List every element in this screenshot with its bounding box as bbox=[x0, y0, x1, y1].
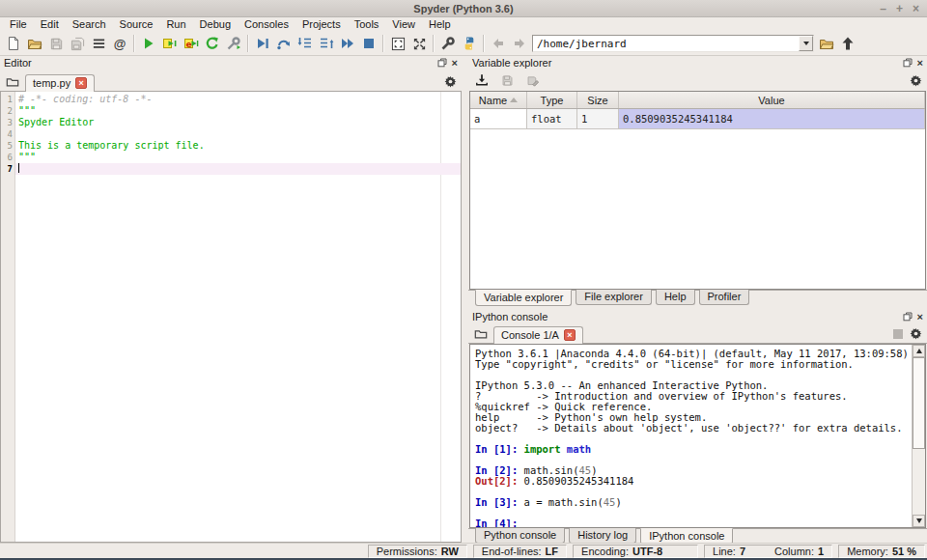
close-pane-icon[interactable]: × bbox=[917, 58, 923, 68]
minimize-button[interactable]: – bbox=[880, 0, 886, 17]
parent-directory-button[interactable] bbox=[837, 33, 858, 54]
symbol-finder-button[interactable]: @ bbox=[109, 33, 130, 54]
editor-line-2[interactable]: 2""" bbox=[1, 105, 461, 117]
file-switcher-button[interactable] bbox=[88, 33, 109, 54]
tab-variable-explorer[interactable]: Variable explorer bbox=[475, 290, 572, 306]
variable-value-cell[interactable]: 0.8509035245341184 bbox=[619, 109, 925, 129]
tab-close-icon[interactable]: × bbox=[75, 77, 87, 89]
column-header-value[interactable]: Value bbox=[619, 92, 925, 108]
code-editor[interactable]: 1# -*- coding: utf-8 -*-2"""3Spyder Edit… bbox=[0, 92, 462, 543]
close-pane-icon[interactable]: × bbox=[917, 312, 923, 322]
menu-edit[interactable]: Edit bbox=[34, 17, 66, 32]
editor-line-1[interactable]: 1# -*- coding: utf-8 -*- bbox=[1, 94, 461, 105]
tab-help[interactable]: Help bbox=[656, 290, 695, 305]
editor-line-3[interactable]: 3Spyder Editor bbox=[1, 117, 461, 128]
debug-button[interactable] bbox=[252, 33, 273, 54]
run-cell-button[interactable] bbox=[159, 33, 181, 54]
fullscreen-button[interactable] bbox=[408, 33, 430, 54]
stop-debug-button[interactable] bbox=[358, 33, 379, 54]
maximize-button[interactable]: + bbox=[896, 0, 903, 17]
run-cell-advance-button[interactable]: e bbox=[181, 33, 202, 54]
editor-line-4[interactable]: 4 bbox=[1, 128, 461, 140]
undock-icon[interactable] bbox=[437, 58, 447, 68]
editor-tab-label: temp.py bbox=[33, 77, 70, 89]
up-arrow-icon bbox=[840, 36, 856, 51]
menu-help[interactable]: Help bbox=[422, 17, 458, 32]
open-folder-icon bbox=[27, 36, 42, 51]
working-directory-dropdown-button[interactable] bbox=[799, 36, 813, 51]
continue-button[interactable] bbox=[337, 33, 358, 54]
variable-size-cell[interactable]: 1 bbox=[577, 109, 619, 129]
interrupt-kernel-icon[interactable] bbox=[893, 329, 903, 339]
menu-run[interactable]: Run bbox=[159, 17, 192, 32]
stop-square-icon bbox=[361, 36, 377, 51]
editor-pane-title: Editor bbox=[4, 57, 32, 69]
console-tab-1a[interactable]: Console 1/A × bbox=[493, 326, 583, 344]
maximize-pane-button[interactable] bbox=[387, 33, 408, 54]
menu-debug[interactable]: Debug bbox=[193, 17, 238, 32]
step-return-button[interactable] bbox=[316, 33, 337, 54]
back-button[interactable] bbox=[488, 33, 509, 54]
menu-search[interactable]: Search bbox=[66, 17, 113, 32]
menu-consoles[interactable]: Consoles bbox=[238, 17, 295, 32]
step-over-button[interactable] bbox=[273, 33, 295, 54]
new-file-button[interactable] bbox=[3, 33, 24, 54]
save-data-as-button[interactable] bbox=[523, 71, 541, 89]
console-options-gear-icon[interactable] bbox=[910, 327, 922, 340]
menu-tools[interactable]: Tools bbox=[348, 17, 386, 32]
import-data-button[interactable] bbox=[473, 71, 491, 89]
undock-icon[interactable] bbox=[903, 58, 913, 68]
tab-profiler[interactable]: Profiler bbox=[699, 290, 750, 305]
column-header-size[interactable]: Size bbox=[577, 92, 619, 108]
sort-ascending-icon bbox=[510, 98, 518, 102]
working-directory-value[interactable]: /home/jbernard bbox=[533, 38, 799, 50]
tab-file-explorer[interactable]: File explorer bbox=[576, 290, 652, 305]
step-into-button[interactable] bbox=[295, 33, 316, 54]
menu-file[interactable]: File bbox=[3, 17, 34, 32]
close-pane-icon[interactable]: × bbox=[452, 58, 458, 68]
editor-line-5[interactable]: 5This is a temporary script file. bbox=[1, 140, 461, 152]
close-button[interactable]: × bbox=[913, 0, 919, 17]
rerun-button[interactable] bbox=[202, 33, 223, 54]
menu-projects[interactable]: Projects bbox=[295, 17, 348, 32]
step-over-icon bbox=[276, 36, 292, 51]
tab-history-log[interactable]: History log bbox=[569, 528, 636, 544]
variable-name-cell[interactable]: a bbox=[470, 109, 527, 129]
browse-tabs-folder-icon bbox=[6, 75, 19, 89]
undock-icon[interactable] bbox=[903, 312, 913, 322]
browse-consoles-button[interactable] bbox=[472, 325, 490, 343]
editor-options-gear-icon[interactable] bbox=[444, 75, 457, 88]
run-configuration-button[interactable] bbox=[223, 33, 244, 54]
save-all-button[interactable] bbox=[67, 33, 88, 54]
forward-button[interactable] bbox=[509, 33, 530, 54]
save-button[interactable] bbox=[45, 33, 67, 54]
tab-python-console[interactable]: Python console bbox=[475, 528, 565, 544]
column-header-name[interactable]: Name bbox=[470, 92, 527, 108]
console-output-area[interactable]: Python 3.6.1 |Anaconda 4.4.0 (64-bit)| (… bbox=[469, 344, 926, 528]
variable-type-cell[interactable]: float bbox=[527, 109, 577, 129]
working-directory-combobox[interactable]: /home/jbernard bbox=[532, 35, 814, 52]
editor-pane-header: Editor × bbox=[0, 56, 462, 70]
scroll-down-icon[interactable] bbox=[913, 515, 925, 527]
scrollbar-thumb[interactable] bbox=[913, 357, 925, 449]
vertical-splitter[interactable] bbox=[462, 56, 468, 543]
run-button[interactable] bbox=[138, 33, 159, 54]
browse-tabs-button[interactable] bbox=[4, 73, 21, 91]
column-header-type[interactable]: Type bbox=[527, 92, 577, 108]
save-data-button[interactable] bbox=[498, 71, 516, 89]
editor-tab-temp-py[interactable]: temp.py × bbox=[25, 74, 95, 92]
preferences-button[interactable] bbox=[437, 33, 459, 54]
open-file-button[interactable] bbox=[24, 33, 45, 54]
variable-explorer-options-gear-icon[interactable] bbox=[910, 74, 922, 87]
browse-directory-button[interactable] bbox=[816, 33, 837, 54]
menu-source[interactable]: Source bbox=[113, 17, 160, 32]
variable-row-a[interactable]: a float 1 0.8509035245341184 bbox=[470, 109, 925, 129]
console-scrollbar[interactable] bbox=[912, 345, 925, 527]
save-icon bbox=[49, 37, 64, 51]
menu-view[interactable]: View bbox=[385, 17, 422, 32]
tab-close-icon[interactable]: × bbox=[564, 329, 576, 341]
python-path-button[interactable] bbox=[459, 33, 480, 54]
scroll-up-icon[interactable] bbox=[913, 345, 925, 357]
editor-line-6[interactable]: 6""" bbox=[1, 152, 461, 163]
editor-line-7[interactable]: 7 bbox=[1, 163, 461, 175]
